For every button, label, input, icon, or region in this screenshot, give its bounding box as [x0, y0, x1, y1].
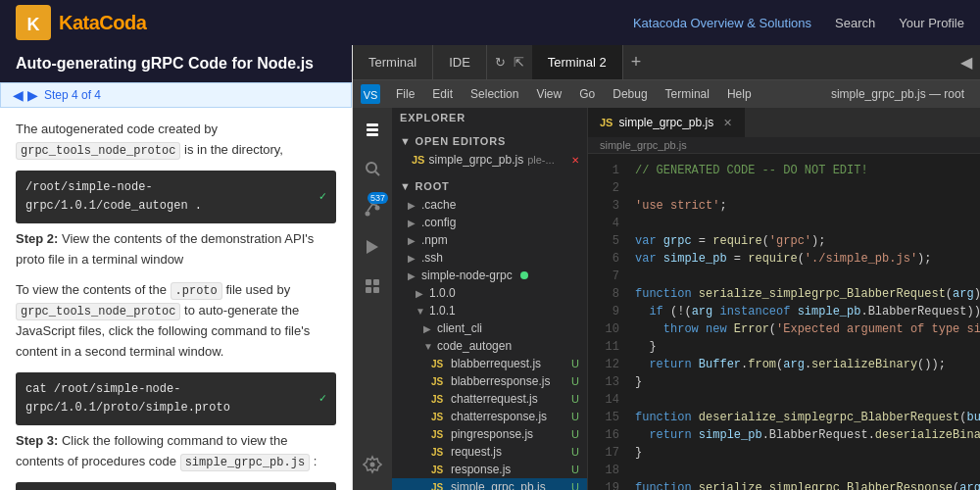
nav-profile-link[interactable]: Your Profile	[899, 16, 964, 30]
tree-chatterrequest[interactable]: JS chatterrequest.js U	[392, 390, 587, 408]
tree-file-label: response.js	[451, 463, 511, 476]
tree-file-label: chatterresponse.js	[451, 410, 547, 423]
tree-simple-grpc-pb[interactable]: JS simple_grpc_pb.js U	[392, 478, 587, 490]
tree-item-label: .config	[421, 216, 456, 229]
js-icon: JS	[431, 412, 447, 422]
code-block-1-text: /root/simple-node-grpc/1.0.1/code_autoge…	[25, 178, 312, 216]
svg-point-11	[375, 206, 380, 211]
code-block-2[interactable]: cat /root/simple-node-grpc/1.0.1/proto/s…	[16, 372, 336, 425]
menu-terminal[interactable]: Terminal	[658, 85, 717, 103]
activity-git[interactable]: 537	[355, 190, 390, 225]
line-number: 12	[588, 356, 619, 373]
svg-text:VS: VS	[364, 89, 378, 101]
nav-search-link[interactable]: Search	[835, 16, 875, 30]
svg-text:K: K	[27, 15, 40, 34]
step-label: Step 4 of 4	[44, 88, 101, 102]
menu-debug[interactable]: Debug	[605, 85, 655, 103]
tree-config[interactable]: ▶ .config	[392, 214, 587, 231]
left-panel: Auto-generating gRPC Code for Node.js ◀ …	[0, 45, 353, 490]
menu-view[interactable]: View	[528, 85, 569, 103]
close-tab-icon[interactable]: ✕	[723, 117, 732, 129]
tree-response[interactable]: JS response.js U	[392, 461, 587, 478]
code-line	[635, 462, 980, 479]
arrow-icon: ▶	[408, 270, 417, 281]
git-untracked: U	[571, 428, 579, 440]
tree-chatterresponse[interactable]: JS chatterresponse.js U	[392, 408, 587, 425]
code-line: 'use strict';	[635, 197, 980, 215]
tree-item-label: code_autogen	[437, 339, 512, 353]
git-untracked: U	[571, 393, 579, 405]
tree-request[interactable]: JS request.js U	[392, 443, 587, 461]
code-line: function serialize_simplegrpc_BlabberReq…	[635, 285, 980, 303]
prev-step-button[interactable]: ◀	[13, 87, 24, 103]
js-icon: JS	[431, 394, 447, 405]
external-icon[interactable]: ⇱	[514, 55, 524, 70]
git-badge: 537	[368, 192, 388, 204]
svg-point-7	[367, 163, 376, 172]
tab-ide[interactable]: IDE	[433, 45, 487, 79]
tab-terminal-2[interactable]: Terminal 2	[532, 45, 623, 79]
open-editors-section: ▼ OPEN EDITORS JS simple_grpc_pb.js ple-…	[392, 127, 587, 172]
tab-terminal[interactable]: Terminal	[353, 45, 433, 79]
arrow-icon: ▶	[423, 323, 433, 334]
tree-blabberrequest[interactable]: JS blabberrequest.js U	[392, 355, 587, 372]
step-arrows: ◀ ▶	[13, 87, 38, 103]
tree-item-label: client_cli	[437, 321, 482, 335]
tree-file-label: pingresponse.js	[451, 427, 533, 441]
tree-npm[interactable]: ▶ .npm	[392, 231, 587, 249]
tree-client-cli[interactable]: ▶ client_cli	[392, 319, 587, 337]
next-step-button[interactable]: ▶	[27, 87, 38, 103]
ide-tab-bar: Terminal IDE ↻ ⇱ Terminal 2 + ◀	[353, 45, 980, 80]
activity-extensions[interactable]	[355, 269, 390, 304]
svg-point-19	[370, 463, 375, 467]
line-number: 18	[588, 462, 619, 479]
code-block-2-text: cat /root/simple-node-grpc/1.0.1/proto/s…	[25, 380, 312, 417]
tree-file-label: chatterrequest.js	[451, 392, 538, 406]
git-untracked: U	[571, 464, 579, 475]
tree-cache[interactable]: ▶ .cache	[392, 196, 587, 214]
tree-blabberresponse[interactable]: JS blabberresponse.js U	[392, 372, 587, 390]
tree-code-autogen[interactable]: ▼ code_autogen	[392, 337, 587, 355]
line-number: 16	[588, 426, 619, 444]
ide-right-button[interactable]: ◀	[953, 53, 980, 72]
code-line: }	[635, 444, 980, 462]
close-file-icon[interactable]: ✕	[571, 155, 579, 166]
editor-tab-simple-grpc[interactable]: JS simple_grpc_pb.js ✕	[588, 108, 745, 137]
activity-settings[interactable]	[355, 447, 390, 482]
arrow-icon: ▶	[408, 235, 417, 246]
activity-search[interactable]	[355, 151, 390, 186]
editor-breadcrumb: simple_grpc_pb.js	[588, 137, 980, 154]
git-untracked: U	[571, 411, 579, 422]
tree-ssh[interactable]: ▶ .ssh	[392, 249, 587, 267]
line-number: 2	[588, 179, 619, 197]
logo-text: KataCoda	[59, 12, 146, 34]
svg-marker-14	[367, 240, 378, 254]
code-block-3[interactable]: cat /root/simple-node-grpc/1.0.1/code_au…	[16, 482, 336, 490]
tree-pingresponse[interactable]: JS pingresponse.js U	[392, 425, 587, 443]
open-editor-simple-grpc[interactable]: JS simple_grpc_pb.js ple-... ✕	[392, 151, 587, 169]
new-tab-button[interactable]: +	[623, 52, 650, 73]
ide-refresh-icons: ↻ ⇱	[487, 55, 532, 70]
tree-simple-node-grpc[interactable]: ▶ simple-node-grpc	[392, 267, 587, 284]
menu-selection[interactable]: Selection	[463, 85, 526, 103]
code-line	[635, 179, 980, 197]
menu-help[interactable]: Help	[719, 85, 760, 103]
code-line: }	[635, 338, 980, 356]
nav-overview-link[interactable]: Katacoda Overview & Solutions	[633, 16, 811, 30]
code-line: if (!(arg instanceof simple_pb.BlabberRe…	[635, 303, 980, 320]
activity-debug[interactable]	[355, 229, 390, 265]
git-untracked: U	[571, 358, 579, 369]
tree-100[interactable]: ▶ 1.0.0	[392, 284, 587, 302]
menu-edit[interactable]: Edit	[424, 85, 461, 103]
tree-item-label: .npm	[421, 233, 448, 247]
line-number: 3	[588, 197, 619, 215]
tree-item-label: 1.0.1	[429, 304, 456, 318]
activity-explorer[interactable]	[355, 112, 390, 147]
terminal-tab-label: Terminal	[368, 55, 416, 70]
menu-go[interactable]: Go	[571, 85, 603, 103]
tree-101[interactable]: ▼ 1.0.1	[392, 302, 587, 319]
menu-file[interactable]: File	[388, 85, 422, 103]
code-block-1[interactable]: /root/simple-node-grpc/1.0.1/code_autoge…	[16, 171, 336, 223]
refresh-icon[interactable]: ↻	[495, 55, 506, 70]
activity-bar: 537	[353, 108, 392, 490]
